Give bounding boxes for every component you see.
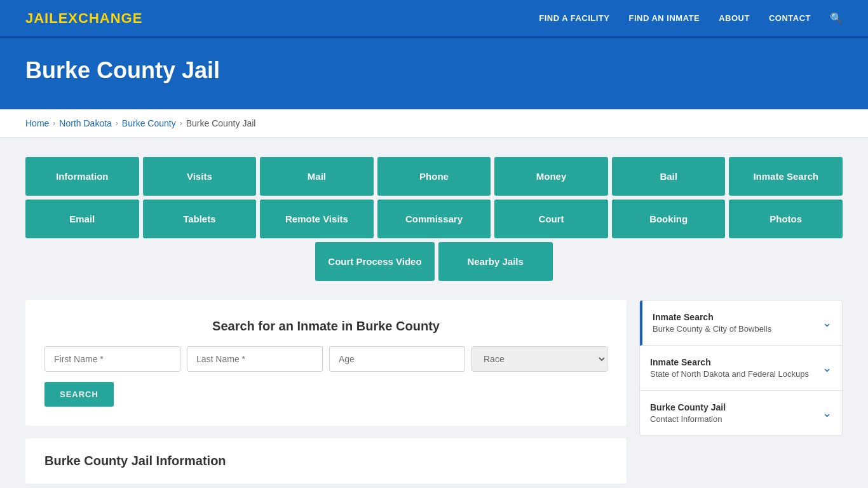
btn-information[interactable]: Information (25, 157, 139, 196)
chevron-down-icon-2: ⌄ (822, 406, 832, 420)
breadcrumb-burke-county[interactable]: Burke County (122, 118, 176, 128)
nav-buttons-row1: Information Visits Mail Phone Money Bail… (25, 157, 843, 196)
left-column: Search for an Inmate in Burke County Rac… (25, 300, 627, 484)
breadcrumb-sep-2: › (116, 119, 118, 128)
btn-bail[interactable]: Bail (612, 157, 726, 196)
sidebar-item-1-subtitle: State of North Dakota and Federal Lockup… (650, 369, 809, 379)
age-input[interactable] (329, 346, 465, 372)
logo-exchange: EXCHANGE (58, 10, 143, 26)
nav-buttons-row2: Email Tablets Remote Visits Commissary C… (25, 200, 843, 238)
search-title: Search for an Inmate in Burke County (44, 319, 607, 334)
btn-remote-visits[interactable]: Remote Visits (260, 200, 374, 238)
chevron-down-icon-1: ⌄ (822, 361, 832, 375)
search-button[interactable]: SEARCH (44, 382, 114, 407)
btn-court[interactable]: Court (494, 200, 608, 238)
last-name-input[interactable] (187, 346, 323, 372)
breadcrumb-sep-1: › (53, 119, 55, 128)
nav-about[interactable]: ABOUT (719, 13, 750, 23)
btn-tablets[interactable]: Tablets (143, 200, 257, 238)
hero-section: Burke County Jail (0, 38, 868, 109)
race-select[interactable]: Race White Black Hispanic Asian Other (471, 346, 607, 372)
breadcrumb: Home › North Dakota › Burke County › Bur… (0, 109, 868, 138)
sidebar-item-1-title: Inmate Search (650, 357, 809, 367)
sidebar-item-1-text: Inmate Search State of North Dakota and … (650, 357, 809, 379)
sidebar-item-2-text: Burke County Jail Contact Information (650, 402, 726, 424)
sidebar: Inmate Search Burke County & City of Bow… (639, 300, 843, 436)
first-name-input[interactable] (44, 346, 180, 372)
btn-commissary[interactable]: Commissary (377, 200, 491, 238)
btn-inmate-search[interactable]: Inmate Search (729, 157, 843, 196)
search-icon[interactable]: 🔍 (830, 12, 843, 24)
sidebar-item-0-text: Inmate Search Burke County & City of Bow… (653, 312, 771, 334)
sidebar-item-2-subtitle: Contact Information (650, 414, 726, 424)
search-fields: Race White Black Hispanic Asian Other (44, 346, 607, 372)
header: JAILEXCHANGE FIND A FACILITY FIND AN INM… (0, 0, 868, 38)
sidebar-item-0[interactable]: Inmate Search Burke County & City of Bow… (640, 301, 842, 346)
sidebar-item-2-title: Burke County Jail (650, 402, 726, 412)
breadcrumb-north-dakota[interactable]: North Dakota (59, 118, 111, 128)
sidebar-item-1[interactable]: Inmate Search State of North Dakota and … (640, 346, 842, 391)
sidebar-item-0-subtitle: Burke County & City of Bowbells (653, 324, 771, 334)
page-title: Burke County Jail (25, 57, 843, 84)
nav-find-facility[interactable]: FIND A FACILITY (539, 13, 609, 23)
logo[interactable]: JAILEXCHANGE (25, 10, 142, 27)
nav-find-inmate[interactable]: FIND AN INMATE (628, 13, 700, 23)
chevron-down-icon-0: ⌄ (822, 316, 832, 330)
btn-visits[interactable]: Visits (143, 157, 257, 196)
content-columns: Search for an Inmate in Burke County Rac… (25, 300, 843, 484)
btn-mail[interactable]: Mail (260, 157, 374, 196)
info-section: Burke County Jail Information (25, 438, 627, 484)
inmate-search-section: Search for an Inmate in Burke County Rac… (25, 300, 627, 426)
sidebar-item-2[interactable]: Burke County Jail Contact Information ⌄ (640, 391, 842, 435)
btn-email[interactable]: Email (25, 200, 139, 238)
info-title: Burke County Jail Information (44, 454, 607, 468)
sidebar-card: Inmate Search Burke County & City of Bow… (639, 300, 843, 436)
btn-court-process-video[interactable]: Court Process Video (315, 242, 434, 281)
btn-booking[interactable]: Booking (612, 200, 726, 238)
nav-buttons-row3: Court Process Video Nearby Jails (25, 242, 843, 281)
btn-phone[interactable]: Phone (377, 157, 491, 196)
btn-money[interactable]: Money (494, 157, 608, 196)
main-content: Information Visits Mail Phone Money Bail… (0, 138, 868, 488)
nav-contact[interactable]: CONTACT (769, 13, 811, 23)
logo-jail: JAIL (25, 10, 58, 26)
btn-photos[interactable]: Photos (729, 200, 843, 238)
breadcrumb-current: Burke County Jail (186, 118, 256, 128)
nav: FIND A FACILITY FIND AN INMATE ABOUT CON… (539, 12, 843, 24)
sidebar-item-0-title: Inmate Search (653, 312, 771, 322)
breadcrumb-sep-3: › (180, 119, 182, 128)
breadcrumb-home[interactable]: Home (25, 118, 49, 128)
btn-nearby-jails[interactable]: Nearby Jails (438, 242, 553, 281)
